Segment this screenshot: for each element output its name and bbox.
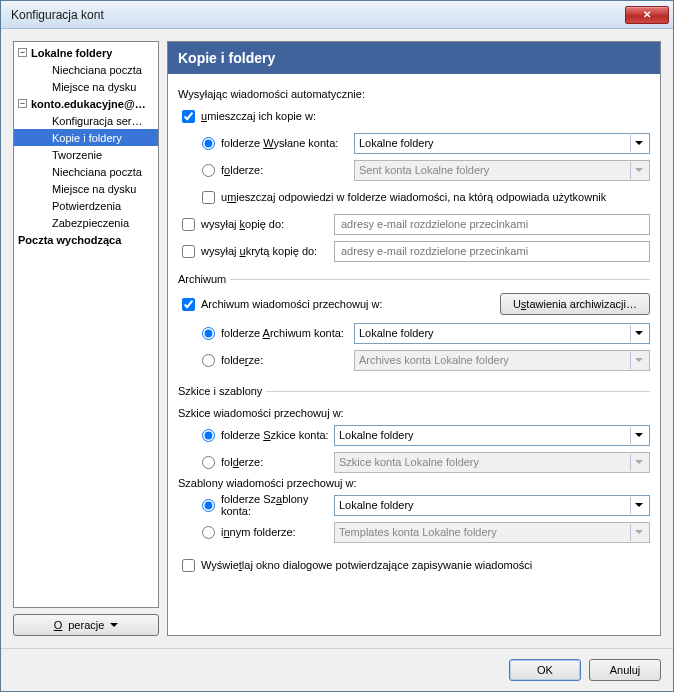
confirm-dialog-checkbox[interactable] bbox=[182, 559, 195, 572]
bcc-label: wysyłaj ukrytą kopię do: bbox=[201, 245, 317, 257]
drafts-header: Szkice wiadomości przechowuj w: bbox=[178, 407, 650, 419]
tree-item[interactable]: −konto.edukacyjne@… bbox=[14, 95, 158, 112]
place-copies-label: uumieszczaj ich kopie w:mieszczaj ich ko… bbox=[201, 110, 316, 122]
tree-item-label: Tworzenie bbox=[52, 149, 102, 161]
tree-item-label: konto.edukacyjne@… bbox=[31, 98, 146, 110]
sent-other-select: Sent konta Lokalne foldery bbox=[354, 160, 650, 181]
dialog-footer: OK Anuluj bbox=[1, 648, 673, 691]
archive-settings-button[interactable]: Ustawienia archiwizacji… bbox=[500, 293, 650, 315]
templates-other-label: innym folderze: bbox=[221, 526, 296, 538]
templates-folder-label: folderze Szablony konta: bbox=[221, 493, 334, 517]
tree-item-label: Zabezpieczenia bbox=[52, 217, 129, 229]
tree-item[interactable]: Kopie i foldery bbox=[14, 129, 158, 146]
archive-other-radio[interactable] bbox=[202, 354, 215, 367]
sent-folder-row: folderze Wysłane konta: Lokalne foldery bbox=[178, 131, 650, 155]
bcc-checkbox[interactable] bbox=[182, 245, 195, 258]
confirm-dialog-label: Wyświetlaj okno dialogowe potwierdzające… bbox=[201, 559, 532, 571]
close-button[interactable]: ✕ bbox=[625, 6, 669, 24]
tree-item-label: Poczta wychodząca bbox=[18, 234, 121, 246]
titlebar: Konfiguracja kont ✕ bbox=[1, 1, 673, 29]
archive-other-row: folderze: Archives konta Lokalne foldery bbox=[178, 348, 650, 372]
archive-other-select: Archives konta Lokalne foldery bbox=[354, 350, 650, 371]
cc-row: wysyłaj kopię do: bbox=[178, 212, 650, 236]
left-column: −Lokalne folderyNiechciana pocztaMiejsce… bbox=[13, 41, 159, 636]
tree-item-label: Niechciana poczta bbox=[52, 166, 142, 178]
settings-panel: Kopie i foldery Wysyłając wiadomości aut… bbox=[167, 41, 661, 636]
sent-other-label: folderze: bbox=[221, 164, 263, 176]
tree-item[interactable]: Miejsce na dysku bbox=[14, 78, 158, 95]
archive-keep-row: Archiwum wiadomości przechowuj w: Ustawi… bbox=[178, 293, 650, 315]
operations-button[interactable]: Operacje bbox=[13, 614, 159, 636]
cc-label: wysyłaj kopię do: bbox=[201, 218, 284, 230]
drafts-folder-label: folderze Szkice konta: bbox=[221, 429, 329, 441]
tree-item[interactable]: Poczta wychodząca bbox=[14, 231, 158, 248]
sent-folder-radio[interactable] bbox=[202, 137, 215, 150]
close-icon: ✕ bbox=[643, 9, 651, 20]
tree-item[interactable]: Niechciana poczta bbox=[14, 61, 158, 78]
sent-other-radio[interactable] bbox=[202, 164, 215, 177]
sent-folder-select[interactable]: Lokalne foldery bbox=[354, 133, 650, 154]
tree-item-label: Konfiguracja ser… bbox=[52, 115, 143, 127]
account-config-window: Konfiguracja kont ✕ −Lokalne folderyNiec… bbox=[0, 0, 674, 692]
chevron-down-icon bbox=[630, 135, 647, 152]
tree-item[interactable]: Zabezpieczenia bbox=[14, 214, 158, 231]
archive-folder-select[interactable]: Lokalne foldery bbox=[354, 323, 650, 344]
chevron-down-icon bbox=[630, 497, 647, 514]
tree-item-label: Lokalne foldery bbox=[31, 47, 112, 59]
ok-button[interactable]: OK bbox=[509, 659, 581, 681]
archive-folder-label: folderze Archiwum konta: bbox=[221, 327, 344, 339]
drafts-folder-select[interactable]: Lokalne foldery bbox=[334, 425, 650, 446]
templates-folder-select[interactable]: Lokalne foldery bbox=[334, 495, 650, 516]
operations-label-rest: peracje bbox=[68, 619, 104, 631]
collapse-icon[interactable]: − bbox=[18, 99, 27, 108]
templates-header: Szablony wiadomości przechowuj w: bbox=[178, 477, 650, 489]
archive-fieldset: Archiwum Archiwum wiadomości przechowuj … bbox=[178, 273, 650, 375]
chevron-down-icon bbox=[630, 162, 647, 179]
chevron-down-icon bbox=[630, 454, 647, 471]
tree-item[interactable]: Miejsce na dysku bbox=[14, 180, 158, 197]
content-area: −Lokalne folderyNiechciana pocztaMiejsce… bbox=[1, 29, 673, 648]
tree-item[interactable]: Konfiguracja ser… bbox=[14, 112, 158, 129]
cc-input[interactable] bbox=[334, 214, 650, 235]
place-copies-row: uumieszczaj ich kopie w:mieszczaj ich ko… bbox=[178, 104, 650, 128]
cancel-button[interactable]: Anuluj bbox=[589, 659, 661, 681]
archive-keep-label: Archiwum wiadomości przechowuj w: bbox=[201, 298, 383, 310]
place-replies-row: umieszczaj odpowiedzi w folderze wiadomo… bbox=[178, 185, 650, 209]
templates-folder-radio[interactable] bbox=[202, 499, 215, 512]
tree-item[interactable]: −Lokalne foldery bbox=[14, 44, 158, 61]
drafts-other-row: folderze: Szkice konta Lokalne foldery bbox=[178, 450, 650, 474]
chevron-down-icon bbox=[630, 427, 647, 444]
tree-item-label: Miejsce na dysku bbox=[52, 81, 136, 93]
bcc-input[interactable] bbox=[334, 241, 650, 262]
tree-item[interactable]: Potwierdzenia bbox=[14, 197, 158, 214]
chevron-down-icon bbox=[630, 325, 647, 342]
archive-keep-checkbox[interactable] bbox=[182, 298, 195, 311]
chevron-down-icon bbox=[110, 623, 118, 627]
tree-item[interactable]: Tworzenie bbox=[14, 146, 158, 163]
collapse-icon[interactable]: − bbox=[18, 48, 27, 57]
place-copies-checkbox[interactable] bbox=[182, 110, 195, 123]
chevron-down-icon bbox=[630, 524, 647, 541]
drafts-legend: Szkice i szablony bbox=[178, 385, 266, 397]
cc-checkbox[interactable] bbox=[182, 218, 195, 231]
templates-folder-row: folderze Szablony konta: Lokalne foldery bbox=[178, 493, 650, 517]
tree-item-label: Miejsce na dysku bbox=[52, 183, 136, 195]
drafts-folder-radio[interactable] bbox=[202, 429, 215, 442]
archive-folder-row: folderze Archiwum konta: Lokalne foldery bbox=[178, 321, 650, 345]
drafts-fieldset: Szkice i szablony Szkice wiadomości prze… bbox=[178, 385, 650, 547]
operations-label-u: O bbox=[54, 619, 63, 631]
drafts-other-radio[interactable] bbox=[202, 456, 215, 469]
confirm-dialog-row: Wyświetlaj okno dialogowe potwierdzające… bbox=[178, 553, 650, 577]
chevron-down-icon bbox=[630, 352, 647, 369]
tree-item[interactable]: Niechciana poczta bbox=[14, 163, 158, 180]
archive-other-label: folderze: bbox=[221, 354, 263, 366]
account-tree[interactable]: −Lokalne folderyNiechciana pocztaMiejsce… bbox=[13, 41, 159, 608]
bcc-row: wysyłaj ukrytą kopię do: bbox=[178, 239, 650, 263]
tree-item-label: Kopie i foldery bbox=[52, 132, 122, 144]
window-title: Konfiguracja kont bbox=[11, 8, 625, 22]
place-replies-checkbox[interactable] bbox=[202, 191, 215, 204]
place-replies-label: umieszczaj odpowiedzi w folderze wiadomo… bbox=[221, 191, 606, 203]
archive-folder-radio[interactable] bbox=[202, 327, 215, 340]
templates-other-radio[interactable] bbox=[202, 526, 215, 539]
archive-legend: Archiwum bbox=[178, 273, 230, 285]
